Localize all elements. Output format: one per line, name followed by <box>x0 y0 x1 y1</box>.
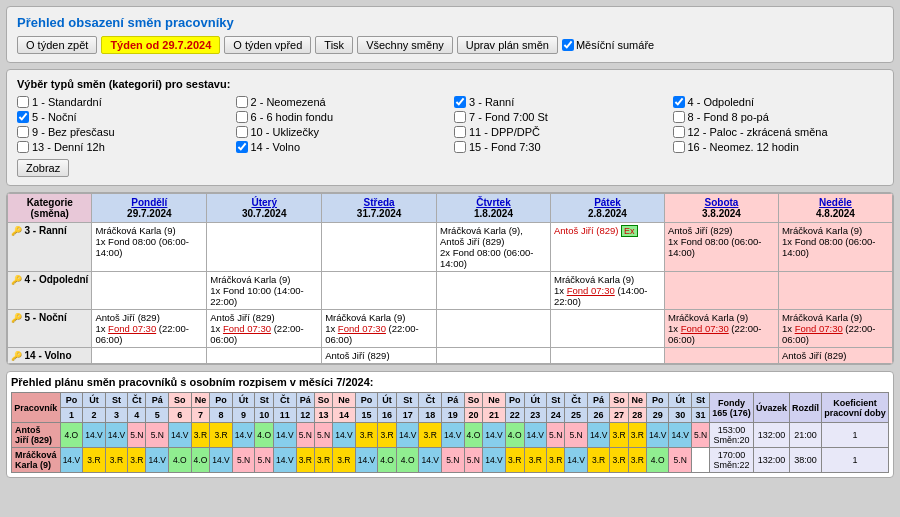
all-shifts-button[interactable]: Všechny směny <box>357 36 453 54</box>
category-checkbox-2[interactable] <box>236 96 248 108</box>
cell-text: Mráčková Karla (9) <box>782 312 862 323</box>
schedule-cell: Antoš Jiří (829) <box>322 348 437 364</box>
schedule-table: Kategorie(směna)Pondělí29.7.2024Úterý30.… <box>7 193 893 364</box>
plan-cell: 4.O <box>169 448 192 473</box>
schedule-col-3[interactable]: Středa31.7.2024 <box>322 194 437 223</box>
schedule-col-4[interactable]: Čtvrtek1.8.2024 <box>437 194 551 223</box>
category-checkbox-4[interactable] <box>673 96 685 108</box>
schedule-cell <box>778 272 892 310</box>
plan-cell: 3.R <box>83 448 106 473</box>
category-checkbox-11[interactable] <box>454 126 466 138</box>
plan-cell: 5.N <box>314 423 332 448</box>
cell-text: 1x Fond 07:30 (22:00-06:00) <box>325 323 419 345</box>
plan-cell: 3.R <box>587 448 610 473</box>
plan-day-header-28: Po <box>646 393 669 408</box>
plan-cell: 14.V <box>60 448 83 473</box>
category-item: 7 - Fond 7:00 St <box>454 111 665 123</box>
next-week-button[interactable]: O týden vpřed <box>224 36 311 54</box>
schedule-cell: Mráčková Karla (9)1x Fond 07:30 (22:00-0… <box>778 310 892 348</box>
prev-week-button[interactable]: O týden zpět <box>17 36 97 54</box>
category-checkbox-5[interactable] <box>17 111 29 123</box>
plan-day-header-2: St <box>105 393 128 408</box>
col-link-5[interactable]: Pátek <box>594 197 621 208</box>
cell-text: Mráčková Karla (9), <box>440 225 523 236</box>
schedule-col-1[interactable]: Pondělí29.7.2024 <box>92 194 207 223</box>
show-button[interactable]: Zobraz <box>17 159 69 177</box>
col-link-3[interactable]: Středa <box>364 197 395 208</box>
category-checkbox-8[interactable] <box>673 111 685 123</box>
print-button[interactable]: Tisk <box>315 36 353 54</box>
category-checkbox-7[interactable] <box>454 111 466 123</box>
plan-cell: 14.V <box>419 448 442 473</box>
cell-text: 1x Fond 08:00 (06:00-14:00) <box>95 236 188 258</box>
plan-cell: 3.R <box>419 423 442 448</box>
plan-rozdil: 21:00 <box>789 423 821 448</box>
schedule-cell: Mráčková Karla (9)1x Fond 08:00 (06:00-1… <box>778 223 892 272</box>
plan-koeficient: 1 <box>822 423 889 448</box>
col-link-2[interactable]: Úterý <box>251 197 277 208</box>
category-checkbox-16[interactable] <box>673 141 685 153</box>
plan-cell: 5.N <box>128 423 146 448</box>
plan-title: Přehled plánu směn pracovníků s osobním … <box>11 376 889 388</box>
monthly-summary-checkbox[interactable] <box>562 39 574 51</box>
category-checkbox-3[interactable] <box>454 96 466 108</box>
plan-cell: 14.V <box>274 423 297 448</box>
category-checkbox-1[interactable] <box>17 96 29 108</box>
category-checkbox-9[interactable] <box>17 126 29 138</box>
plan-day-header-23: St <box>547 393 565 408</box>
category-checkbox-12[interactable] <box>673 126 685 138</box>
category-label-7: 7 - Fond 7:00 St <box>469 111 548 123</box>
edit-plan-button[interactable]: Uprav plán směn <box>457 36 558 54</box>
plan-cell: 14.V <box>83 423 106 448</box>
category-checkbox-15[interactable] <box>454 141 466 153</box>
plan-daynum-18: 19 <box>442 408 465 423</box>
schedule-col-2[interactable]: Úterý30.7.2024 <box>207 194 322 223</box>
schedule-col-7[interactable]: Neděle4.8.2024 <box>778 194 892 223</box>
col-date-7: 4.8.2024 <box>816 208 855 219</box>
category-item: 10 - Uklizečky <box>236 126 447 138</box>
col-date-1: 29.7.2024 <box>127 208 172 219</box>
col-link-4[interactable]: Čtvrtek <box>476 197 510 208</box>
plan-worker-name: MráčkováKarla (9) <box>12 448 61 473</box>
category-checkbox-10[interactable] <box>236 126 248 138</box>
schedule-col-5[interactable]: Pátek2.8.2024 <box>550 194 664 223</box>
plan-rozdil: 38:00 <box>789 448 821 473</box>
plan-cell: 4.O <box>646 448 669 473</box>
monthly-summary-checkbox-label[interactable]: Měsíční sumáře <box>562 39 654 51</box>
plan-cell: 14.V <box>146 448 169 473</box>
category-cell: 🔑 5 - Noční <box>8 310 92 348</box>
plan-daynum-8: 9 <box>232 408 255 423</box>
cell-text: Antoš Jiří (829) Ex <box>554 225 638 236</box>
plan-daynum-3: 4 <box>128 408 146 423</box>
plan-day-header-17: Čt <box>419 393 442 408</box>
plan-fondy: 153:00Směn:20 <box>710 423 754 448</box>
cell-text: 1x Fond 07:30 (22:00-06:00) <box>668 323 762 345</box>
plan-table: PracovníkPoÚtStČtPáSoNePoÚtStČtPáSoNePoÚ… <box>11 392 889 473</box>
schedule-col-6[interactable]: Sobota3.8.2024 <box>664 194 778 223</box>
col-link-6[interactable]: Sobota <box>705 197 739 208</box>
col-link-1[interactable]: Pondělí <box>131 197 167 208</box>
cell-text: 1x Fond 08:00 (06:00-14:00) <box>668 236 761 258</box>
category-checkbox-14[interactable] <box>236 141 248 153</box>
plan-cell: 3.R <box>628 448 646 473</box>
plan-day-header-19: So <box>464 393 483 408</box>
cell-text: Mráčková Karla (9) <box>95 225 175 236</box>
plan-daynum-20: 21 <box>483 408 506 423</box>
plan-cell: 5.N <box>464 448 483 473</box>
monthly-summary-label: Měsíční sumáře <box>576 39 654 51</box>
plan-cell: 3.R <box>105 448 128 473</box>
plan-cell: 4.O <box>396 448 419 473</box>
plan-daynum-23: 24 <box>547 408 565 423</box>
schedule-cell: Antoš Jiří (829)1x Fond 07:30 (22:00-06:… <box>207 310 322 348</box>
categories-grid: 1 - Standardní2 - Neomezená3 - Ranní4 - … <box>17 96 883 153</box>
plan-uvazek: 132:00 <box>753 423 789 448</box>
plan-daynum-0: 1 <box>60 408 83 423</box>
cell-text: 1x Fond 07:30 (22:00-06:00) <box>95 323 189 345</box>
category-checkbox-13[interactable] <box>17 141 29 153</box>
col-link-7[interactable]: Neděle <box>819 197 852 208</box>
category-label-4: 4 - Odpolední <box>688 96 755 108</box>
category-checkbox-6[interactable] <box>236 111 248 123</box>
plan-worker-name: AntošJiří (829) <box>12 423 61 448</box>
plan-cell: 14.V <box>669 423 692 448</box>
filter-panel: Výběr typů směn (kategorií) pro sestavu:… <box>6 69 894 186</box>
